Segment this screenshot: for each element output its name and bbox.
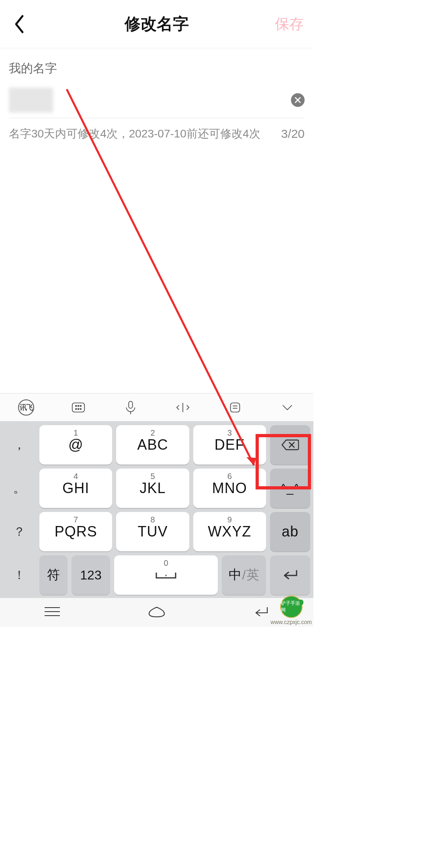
- key-8-tuv[interactable]: 8TUV: [116, 512, 189, 551]
- punct-question-key[interactable]: ？: [3, 512, 35, 551]
- svg-point-3: [76, 405, 77, 406]
- key-2-abc[interactable]: 2ABC: [116, 425, 189, 465]
- key-6-mno[interactable]: 6MNO: [193, 469, 266, 508]
- punct-exclaim-key[interactable]: ！: [3, 555, 35, 595]
- svg-point-17: [165, 575, 167, 576]
- divider: [9, 118, 305, 118]
- language-toggle-key[interactable]: 中/英: [222, 555, 266, 595]
- svg-point-5: [80, 405, 81, 406]
- svg-point-4: [78, 405, 79, 406]
- edit-name-form: 我的名字 名字30天内可修改4次，2023-07-10前还可修改4次 3/20: [0, 48, 313, 141]
- collapse-keyboard-icon[interactable]: [279, 399, 295, 416]
- enter-key[interactable]: [270, 555, 310, 595]
- chevron-left-icon: [14, 14, 25, 34]
- recent-apps-button[interactable]: [42, 605, 62, 620]
- key-1-at[interactable]: 1@: [39, 425, 112, 465]
- back-nav-button[interactable]: [251, 605, 271, 620]
- clear-input-button[interactable]: [291, 93, 305, 107]
- mic-icon[interactable]: [123, 399, 139, 416]
- emoji-key[interactable]: ^_^: [270, 469, 310, 508]
- hint-text: 名字30天内可修改4次，2023-07-10前还可修改4次: [9, 126, 260, 141]
- key-7-pqrs[interactable]: 7PQRS: [39, 512, 112, 551]
- name-input[interactable]: [9, 88, 53, 113]
- page-title: 修改名字: [125, 13, 189, 35]
- numeric-key[interactable]: 123: [72, 555, 110, 595]
- field-label: 我的名字: [9, 60, 305, 77]
- punct-period-key[interactable]: 。: [3, 469, 35, 508]
- backspace-key[interactable]: [270, 425, 310, 465]
- ime-keyboard: 讯飞 ， 1@ 2ABC 3DEF: [0, 393, 313, 598]
- back-button[interactable]: [10, 14, 29, 34]
- watermark-url: www.czpxjc.com: [270, 619, 312, 625]
- char-counter: 3/20: [281, 127, 305, 141]
- watermark: 铲子手游网 www.czpxjc.com: [270, 596, 312, 625]
- keyboard-grid: ， 1@ 2ABC 3DEF 。: [0, 421, 313, 598]
- keyboard-settings-icon[interactable]: [70, 399, 86, 416]
- key-9-wxyz[interactable]: 9WXYZ: [193, 512, 266, 551]
- home-button[interactable]: [147, 605, 167, 620]
- clipboard-icon[interactable]: [227, 399, 243, 416]
- backspace-icon: [281, 439, 299, 451]
- close-icon: [295, 97, 301, 103]
- key-4-ghi[interactable]: 4GHI: [39, 469, 112, 508]
- key-5-jkl[interactable]: 5JKL: [116, 469, 189, 508]
- save-button[interactable]: 保存: [275, 14, 304, 34]
- punct-comma-key[interactable]: ，: [3, 425, 35, 465]
- key-3-def[interactable]: 3DEF: [193, 425, 266, 465]
- hint-row: 名字30天内可修改4次，2023-07-10前还可修改4次 3/20: [9, 126, 305, 141]
- svg-point-8: [80, 408, 81, 409]
- svg-rect-12: [231, 403, 240, 412]
- enter-icon: [281, 569, 299, 581]
- system-nav-bar: [0, 598, 313, 627]
- svg-rect-2: [72, 403, 84, 412]
- svg-point-7: [78, 408, 79, 409]
- watermark-logo-icon: 铲子手游网: [280, 596, 303, 618]
- symbol-key[interactable]: 符: [39, 555, 68, 595]
- keyboard-toolbar: 讯飞: [0, 393, 313, 421]
- ab-key[interactable]: ab: [270, 512, 310, 551]
- name-input-row: [9, 84, 305, 116]
- header-bar: 修改名字 保存: [0, 0, 313, 48]
- cursor-move-icon[interactable]: [175, 399, 191, 416]
- svg-point-6: [76, 408, 77, 409]
- ime-brand-icon[interactable]: 讯飞: [18, 399, 34, 416]
- svg-rect-9: [129, 401, 133, 408]
- space-icon: [154, 569, 178, 581]
- space-key[interactable]: 0: [114, 555, 218, 595]
